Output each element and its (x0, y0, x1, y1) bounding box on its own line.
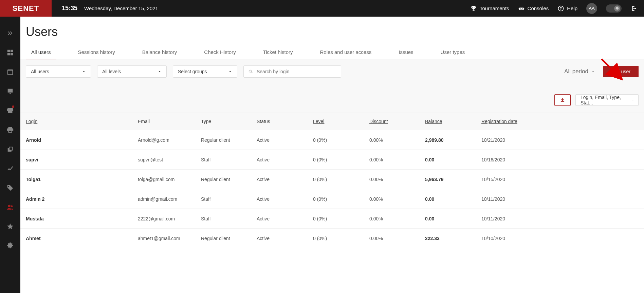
levels-filter-select[interactable]: All levels (97, 65, 167, 78)
td-email: admin@gmail.com (138, 196, 201, 202)
groups-filter-label: Select groups (178, 69, 207, 74)
sidebar-item-users[interactable] (0, 197, 20, 217)
td-email: Arnold@g.com (138, 137, 201, 143)
sidebar-expand[interactable] (0, 23, 20, 43)
td-level: 0 (0%) (313, 177, 369, 182)
td-type: Regular client (201, 236, 257, 241)
td-discount: 0.00% (369, 157, 425, 162)
table-row[interactable]: Mustafa2222@gmail.comStaffActive0 (0%)0.… (20, 209, 644, 229)
td-type: Regular client (201, 137, 257, 143)
tab-sessions-history[interactable]: Sessions history (73, 46, 121, 59)
th-type[interactable]: Type (201, 119, 257, 124)
page-header: Users (20, 17, 644, 46)
td-status: Active (257, 216, 313, 221)
toggle-knob (614, 5, 620, 12)
tabs: All usersSessions historyBalance history… (20, 46, 644, 59)
td-type: Staff (201, 216, 257, 221)
settings-toggle[interactable] (606, 4, 622, 13)
td-registration: 10/21/2020 (481, 137, 639, 143)
td-status: Active (257, 157, 313, 162)
table-row[interactable]: Admin 2admin@gmail.comStaffActive0 (0%)0… (20, 189, 644, 209)
grid-icon (6, 49, 14, 56)
tab-roles-and-user-access[interactable]: Roles and user access (314, 46, 377, 59)
columns-label: Login, Email, Type, Stat... (581, 95, 629, 105)
clock-time: 15:35 (62, 5, 77, 12)
help-label: Help (567, 5, 577, 11)
period-label: All period (564, 68, 588, 75)
tournaments-label: Tournaments (480, 5, 509, 11)
filters-right: All period Add user (564, 66, 639, 77)
copy-icon (6, 145, 14, 153)
td-login: Tolga1 (26, 177, 138, 182)
avatar[interactable]: AA (586, 3, 597, 14)
tab-balance-history[interactable]: Balance history (137, 46, 183, 59)
period-select[interactable]: All period (564, 68, 595, 75)
search-icon (248, 69, 253, 74)
sidebar-item-settings[interactable] (0, 236, 20, 255)
columns-select[interactable]: Login, Email, Type, Stat... (575, 94, 639, 106)
td-status: Active (257, 177, 313, 182)
chart-line-icon (6, 165, 14, 172)
th-discount[interactable]: Discount (369, 119, 425, 124)
td-discount: 0.00% (369, 236, 425, 241)
download-button[interactable] (554, 94, 571, 106)
th-email[interactable]: Email (138, 119, 201, 124)
th-balance[interactable]: Balance (425, 119, 481, 124)
main-content: Users All usersSessions historyBalance h… (20, 17, 644, 293)
tab-user-types[interactable]: User types (435, 46, 471, 59)
search-input[interactable] (257, 69, 337, 74)
chevron-down-icon (158, 70, 162, 74)
notification-dot (12, 105, 14, 108)
chevron-down-icon (228, 70, 232, 74)
sidebar-item-copy[interactable] (0, 139, 20, 159)
tournaments-link[interactable]: Tournaments (470, 5, 509, 12)
tab-all-users[interactable]: All users (26, 46, 56, 59)
tab-ticket-history[interactable]: Ticket history (258, 46, 298, 59)
calendar-icon (6, 68, 14, 76)
sidebar-item-2[interactable] (0, 62, 20, 81)
clock-date: Wednesday, December 15, 2021 (84, 5, 158, 11)
help-icon (557, 5, 564, 12)
th-login[interactable]: Login (26, 119, 138, 124)
td-registration: 10/15/2020 (481, 177, 639, 182)
td-balance: 0.00 (425, 157, 481, 162)
chevron-down-icon (631, 98, 635, 102)
table-row[interactable]: ArnoldArnold@g.comRegular clientActive0 … (20, 130, 644, 150)
sidebar-item-analytics[interactable] (0, 159, 20, 178)
consoles-label: Consoles (528, 5, 549, 11)
users-filter-select[interactable]: All users (26, 65, 91, 78)
td-login: supvi (26, 157, 138, 162)
th-status[interactable]: Status (257, 119, 313, 124)
sidebar-item-1[interactable] (0, 43, 20, 62)
sidebar-item-3[interactable] (0, 81, 20, 101)
groups-filter-select[interactable]: Select groups (173, 65, 237, 78)
th-registration[interactable]: Registration date (481, 119, 639, 124)
th-level[interactable]: Level (313, 119, 369, 124)
page-title: Users (26, 25, 639, 39)
sidebar-item-print[interactable] (0, 120, 20, 139)
sidebar-item-tag[interactable] (0, 178, 20, 197)
td-discount: 0.00% (369, 177, 425, 182)
td-balance: 0.00 (425, 216, 481, 221)
sidebar-item-star[interactable] (0, 217, 20, 236)
sidebar-item-4[interactable] (0, 101, 20, 120)
users-table: Login Email Type Status Level Discount B… (20, 113, 644, 248)
td-email: tolga@gmail.com (138, 177, 201, 182)
consoles-link[interactable]: Consoles (518, 5, 549, 12)
tab-check-history[interactable]: Check History (199, 46, 241, 59)
topbar-right: Tournaments Consoles Help AA (470, 0, 644, 17)
help-link[interactable]: Help (557, 5, 577, 12)
td-login: Mustafa (26, 216, 138, 221)
td-email: 2222@gmail.com (138, 216, 201, 221)
table-row[interactable]: Tolga1tolga@gmail.comRegular clientActiv… (20, 170, 644, 189)
tab-issues[interactable]: Issues (393, 46, 419, 59)
td-level: 0 (0%) (313, 196, 369, 202)
trophy-icon (470, 5, 477, 12)
logout-icon[interactable] (630, 5, 637, 12)
table-row[interactable]: supvisupvn@testStaffActive0 (0%)0.00%0.0… (20, 150, 644, 170)
td-status: Active (257, 236, 313, 241)
gear-icon (615, 6, 619, 11)
add-user-button[interactable]: Add user (603, 66, 639, 77)
table-row[interactable]: Ahmetahmet1@gmail.comRegular clientActiv… (20, 229, 644, 248)
td-email: ahmet1@gmail.com (138, 236, 201, 241)
